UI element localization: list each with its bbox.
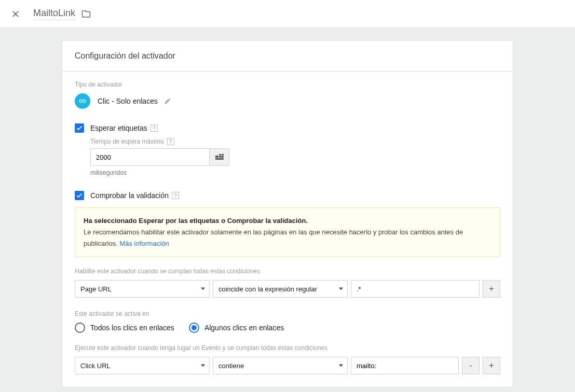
max-wait-label: Tiempo de espera máximo ? [90,138,500,145]
chevron-down-icon [201,365,205,367]
help-icon[interactable]: ? [167,138,174,145]
card-body: Tipo de activador Clic - Solo enlaces Es… [62,72,513,387]
fire-condition-row: Click URL contiene - + [75,357,500,374]
svg-rect-2 [222,154,224,156]
add-condition-button[interactable]: + [483,280,500,298]
help-icon[interactable]: ? [172,192,179,199]
check-validation-checkbox[interactable] [75,191,84,200]
trigger-type-row: Clic - Solo enlaces [75,93,500,109]
max-wait-block: Tiempo de espera máximo ? milisegundos [90,138,500,176]
check-validation-row: Comprobar la validación ? [75,191,500,200]
card-title: Configuración del activador [62,41,513,72]
chevron-down-icon [339,288,343,290]
chevron-down-icon [201,288,205,290]
svg-rect-4 [215,158,224,160]
info-box: Ha seleccionado Esperar por las etiqueta… [75,207,500,257]
enable-label: Habilite este activador cuando se cumpla… [75,268,500,275]
fire-variable-select[interactable]: Click URL [75,357,210,374]
radio-all-clicks[interactable]: Todos los clics en enlaces [75,323,174,333]
chevron-down-icon [339,365,343,367]
svg-rect-0 [215,156,218,158]
trigger-type-name: Clic - Solo enlaces [98,97,158,105]
variable-picker-button[interactable] [210,148,229,166]
fires-on-radios: Todos los clics en enlaces Algunos clics… [75,323,500,333]
add-condition-button[interactable]: + [483,357,500,374]
radio-some-clicks[interactable]: Algunos clics en enlaces [189,323,284,333]
enable-operator-select[interactable]: coincide con la expresión regular [213,280,348,298]
edit-icon[interactable] [164,97,171,105]
trigger-type-label: Tipo de activador [75,81,500,88]
radio-icon [189,323,199,333]
max-wait-units: milisegundos [90,169,500,176]
fire-cond-label: Ejecute este activador cuando tenga luga… [75,344,500,352]
link-icon [75,93,90,109]
svg-rect-3 [219,156,224,158]
enable-value-input[interactable] [351,280,480,298]
help-icon[interactable]: ? [150,124,158,132]
max-wait-input-row [90,148,500,166]
fire-value-input[interactable] [351,357,459,374]
more-info-link[interactable]: Más información [119,240,169,247]
enable-variable-select[interactable]: Page URL [75,280,210,298]
top-bar: MailtoLink [0,0,575,28]
fires-on-label: Este activador se activa en [75,310,500,317]
info-bold: Ha seleccionado Esperar por las etiqueta… [84,217,308,225]
remove-condition-button[interactable]: - [462,357,480,374]
wait-tags-label: Esperar etiquetas [90,124,147,132]
enable-condition-row: Page URL coincide con la expresión regul… [75,280,500,298]
close-icon[interactable] [10,9,21,19]
fire-operator-select[interactable]: contiene [213,357,348,374]
trigger-config-card: Configuración del activador Tipo de acti… [62,40,513,387]
radio-icon [75,323,85,333]
svg-rect-1 [219,154,221,156]
page-title[interactable]: MailtoLink [33,8,75,20]
wait-tags-row: Esperar etiquetas ? [75,123,500,133]
check-validation-label: Comprobar la validación [90,191,169,200]
wait-tags-checkbox[interactable] [75,123,84,133]
page-content: Configuración del activador Tipo de acti… [0,28,575,387]
max-wait-input[interactable] [90,148,210,166]
folder-icon[interactable] [81,9,91,19]
